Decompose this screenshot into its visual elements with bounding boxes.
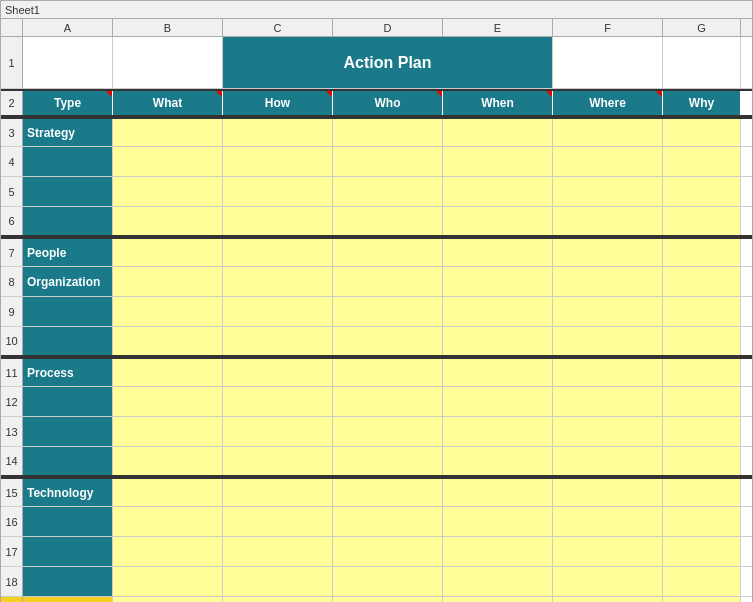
cell-3f[interactable] <box>553 119 663 146</box>
cell-13e[interactable] <box>443 417 553 446</box>
cell-title[interactable]: Action Plan <box>223 37 553 88</box>
cell-18f[interactable] <box>553 567 663 596</box>
cell-1b[interactable] <box>113 37 223 88</box>
cell-18a[interactable] <box>23 567 113 596</box>
col-header-c[interactable]: C <box>223 19 333 36</box>
cell-11b[interactable] <box>113 359 223 386</box>
cell-9f[interactable] <box>553 297 663 326</box>
cell-9g[interactable] <box>663 297 741 326</box>
cell-17e[interactable] <box>443 537 553 566</box>
cell-9c[interactable] <box>223 297 333 326</box>
cell-5b[interactable] <box>113 177 223 206</box>
cell-19f[interactable] <box>553 597 663 602</box>
cell-6b[interactable] <box>113 207 223 235</box>
cell-10a[interactable] <box>23 327 113 355</box>
cell-when-header[interactable]: When <box>443 91 553 115</box>
cell-16a[interactable] <box>23 507 113 536</box>
cell-people[interactable]: People <box>23 239 113 266</box>
cell-6c[interactable] <box>223 207 333 235</box>
cell-7g[interactable] <box>663 239 741 266</box>
cell-12e[interactable] <box>443 387 553 416</box>
cell-3d[interactable] <box>333 119 443 146</box>
cell-12d[interactable] <box>333 387 443 416</box>
cell-4f[interactable] <box>553 147 663 176</box>
cell-19c[interactable] <box>223 597 333 602</box>
cell-8g[interactable] <box>663 267 741 296</box>
cell-10b[interactable] <box>113 327 223 355</box>
cell-5g[interactable] <box>663 177 741 206</box>
cell-6d[interactable] <box>333 207 443 235</box>
cell-9a[interactable] <box>23 297 113 326</box>
cell-19a[interactable] <box>23 597 113 602</box>
cell-17g[interactable] <box>663 537 741 566</box>
cell-12g[interactable] <box>663 387 741 416</box>
cell-17c[interactable] <box>223 537 333 566</box>
cell-18e[interactable] <box>443 567 553 596</box>
cell-4g[interactable] <box>663 147 741 176</box>
cell-organization[interactable]: Organization <box>23 267 113 296</box>
cell-5f[interactable] <box>553 177 663 206</box>
cell-12a[interactable] <box>23 387 113 416</box>
cell-6f[interactable] <box>553 207 663 235</box>
cell-18b[interactable] <box>113 567 223 596</box>
col-header-g[interactable]: G <box>663 19 741 36</box>
cell-10c[interactable] <box>223 327 333 355</box>
cell-8b[interactable] <box>113 267 223 296</box>
cell-13f[interactable] <box>553 417 663 446</box>
cell-1g[interactable] <box>663 37 741 88</box>
cell-7e[interactable] <box>443 239 553 266</box>
cell-19e[interactable] <box>443 597 553 602</box>
cell-11f[interactable] <box>553 359 663 386</box>
cell-18c[interactable] <box>223 567 333 596</box>
cell-5e[interactable] <box>443 177 553 206</box>
cell-11e[interactable] <box>443 359 553 386</box>
cell-10f[interactable] <box>553 327 663 355</box>
cell-16g[interactable] <box>663 507 741 536</box>
cell-14g[interactable] <box>663 447 741 475</box>
col-header-a[interactable]: A <box>23 19 113 36</box>
cell-who-header[interactable]: Who <box>333 91 443 115</box>
cell-9b[interactable] <box>113 297 223 326</box>
cell-3c[interactable] <box>223 119 333 146</box>
cell-8e[interactable] <box>443 267 553 296</box>
cell-3e[interactable] <box>443 119 553 146</box>
cell-7d[interactable] <box>333 239 443 266</box>
cell-3g[interactable] <box>663 119 741 146</box>
cell-where-header[interactable]: Where <box>553 91 663 115</box>
cell-16f[interactable] <box>553 507 663 536</box>
cell-how-header[interactable]: How <box>223 91 333 115</box>
cell-8c[interactable] <box>223 267 333 296</box>
cell-14c[interactable] <box>223 447 333 475</box>
cell-strategy[interactable]: Strategy <box>23 119 113 146</box>
col-header-f[interactable]: F <box>553 19 663 36</box>
cell-8f[interactable] <box>553 267 663 296</box>
cell-18g[interactable] <box>663 567 741 596</box>
cell-5d[interactable] <box>333 177 443 206</box>
cell-11d[interactable] <box>333 359 443 386</box>
col-header-b[interactable]: B <box>113 19 223 36</box>
cell-16b[interactable] <box>113 507 223 536</box>
cell-17f[interactable] <box>553 537 663 566</box>
cell-14b[interactable] <box>113 447 223 475</box>
cell-13c[interactable] <box>223 417 333 446</box>
cell-type-header[interactable]: Type <box>23 91 113 115</box>
sheet-tab[interactable]: Sheet1 <box>5 4 40 16</box>
cell-6a[interactable] <box>23 207 113 235</box>
cell-16c[interactable] <box>223 507 333 536</box>
cell-13g[interactable] <box>663 417 741 446</box>
cell-4b[interactable] <box>113 147 223 176</box>
cell-14a[interactable] <box>23 447 113 475</box>
cell-15c[interactable] <box>223 479 333 506</box>
cell-13b[interactable] <box>113 417 223 446</box>
cell-19b[interactable] <box>113 597 223 602</box>
cell-8d[interactable] <box>333 267 443 296</box>
cell-7c[interactable] <box>223 239 333 266</box>
cell-7b[interactable] <box>113 239 223 266</box>
cell-9d[interactable] <box>333 297 443 326</box>
cell-17a[interactable] <box>23 537 113 566</box>
cell-4c[interactable] <box>223 147 333 176</box>
cell-15f[interactable] <box>553 479 663 506</box>
cell-16e[interactable] <box>443 507 553 536</box>
cell-14f[interactable] <box>553 447 663 475</box>
cell-15d[interactable] <box>333 479 443 506</box>
